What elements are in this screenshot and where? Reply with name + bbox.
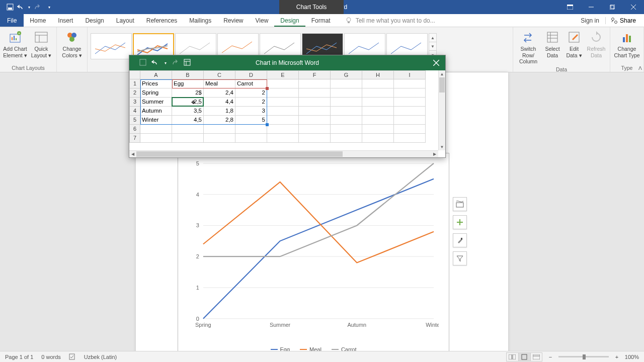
- col-header[interactable]: B: [172, 70, 204, 79]
- tab-view[interactable]: View: [250, 14, 275, 27]
- minimize-icon[interactable]: [581, 0, 602, 14]
- collapse-ribbon-icon[interactable]: ᐱ: [638, 65, 642, 71]
- change-chart-type-button[interactable]: Change Chart Type: [613, 28, 640, 59]
- tell-me-search[interactable]: Tell me what you want to do...: [337, 14, 577, 27]
- cell[interactable]: [235, 134, 267, 143]
- datasheet-undo-dropdown[interactable]: ▾: [165, 61, 167, 65]
- cell[interactable]: [267, 125, 299, 134]
- cell[interactable]: [299, 88, 331, 98]
- cell[interactable]: [267, 79, 299, 88]
- cell[interactable]: 2$: [172, 88, 204, 98]
- cell[interactable]: [204, 134, 235, 143]
- cell[interactable]: [331, 125, 362, 134]
- cell[interactable]: [172, 125, 204, 134]
- range-resize-handle[interactable]: [266, 123, 269, 126]
- zoom-out-icon[interactable]: −: [546, 354, 554, 360]
- cell[interactable]: [394, 125, 426, 134]
- maximize-icon[interactable]: [602, 0, 623, 14]
- cell[interactable]: Prices: [140, 79, 172, 88]
- cell[interactable]: [331, 98, 362, 107]
- row-header[interactable]: 5: [129, 116, 140, 125]
- tab-chart-format[interactable]: Format: [305, 14, 337, 27]
- tab-review[interactable]: Review: [217, 14, 249, 27]
- cell[interactable]: 5: [235, 116, 267, 125]
- datasheet-h-scrollbar[interactable]: ◀▶: [129, 150, 438, 157]
- cell[interactable]: [267, 107, 299, 116]
- cell[interactable]: 2,4: [204, 88, 235, 98]
- cell[interactable]: [394, 79, 426, 88]
- cell[interactable]: [394, 107, 426, 116]
- spellcheck-icon[interactable]: [69, 353, 76, 361]
- cell[interactable]: 2: [235, 88, 267, 98]
- tab-layout[interactable]: Layout: [110, 14, 140, 27]
- row-header[interactable]: 3: [129, 98, 140, 107]
- cell[interactable]: Summer: [140, 98, 172, 107]
- cell[interactable]: [362, 134, 394, 143]
- read-mode-icon[interactable]: [506, 352, 518, 361]
- tab-mailings[interactable]: Mailings: [183, 14, 217, 27]
- web-layout-icon[interactable]: [530, 352, 542, 361]
- cell[interactable]: [331, 134, 362, 143]
- cell[interactable]: [235, 125, 267, 134]
- cell[interactable]: [394, 88, 426, 98]
- layout-options-icon[interactable]: [453, 197, 467, 211]
- cell[interactable]: [267, 116, 299, 125]
- col-header[interactable]: G: [331, 70, 362, 79]
- datasheet-redo-icon[interactable]: [172, 59, 179, 67]
- cell[interactable]: [267, 134, 299, 143]
- undo-dropdown[interactable]: ▾: [28, 5, 30, 10]
- cell[interactable]: 3,5: [172, 107, 204, 116]
- series-range-handle[interactable]: [266, 87, 269, 90]
- cell[interactable]: [394, 98, 426, 107]
- zoom-level[interactable]: 100%: [625, 354, 639, 360]
- cell[interactable]: Autumn: [140, 107, 172, 116]
- cell[interactable]: [331, 116, 362, 125]
- sign-in-link[interactable]: Sign in: [577, 17, 603, 24]
- tab-design-page[interactable]: Design: [79, 14, 110, 27]
- cell[interactable]: [299, 98, 331, 107]
- datasheet-save-icon[interactable]: [139, 59, 146, 67]
- cell[interactable]: [394, 116, 426, 125]
- col-header[interactable]: F: [299, 70, 331, 79]
- datasheet-v-scrollbar[interactable]: ▲▼: [438, 70, 445, 150]
- cell[interactable]: [267, 98, 299, 107]
- row-header[interactable]: 7: [129, 134, 140, 143]
- cell[interactable]: [362, 107, 394, 116]
- cell[interactable]: [331, 107, 362, 116]
- status-words[interactable]: 0 words: [41, 354, 61, 360]
- cell[interactable]: [172, 134, 204, 143]
- chart-style-1[interactable]: [91, 33, 132, 59]
- chart-filters-funnel-icon[interactable]: [453, 251, 467, 265]
- cell[interactable]: 3: [235, 107, 267, 116]
- col-header[interactable]: C: [204, 70, 235, 79]
- switch-row-column-button[interactable]: Switch Row/ Column: [516, 28, 540, 66]
- chart-styles-brush-icon[interactable]: [453, 233, 467, 247]
- cell[interactable]: [299, 134, 331, 143]
- cell[interactable]: Spring: [140, 88, 172, 98]
- cell[interactable]: [362, 98, 394, 107]
- redo-icon[interactable]: [33, 3, 41, 11]
- cell[interactable]: [204, 125, 235, 134]
- cell[interactable]: 2,8: [204, 116, 235, 125]
- cell[interactable]: [394, 134, 426, 143]
- cell[interactable]: Winter: [140, 116, 172, 125]
- chart-elements-plus-icon[interactable]: [453, 215, 467, 229]
- col-header[interactable]: D: [235, 70, 267, 79]
- row-header[interactable]: 1: [129, 79, 140, 88]
- status-language[interactable]: Uzbek (Latin): [84, 354, 117, 360]
- zoom-in-icon[interactable]: +: [613, 354, 621, 360]
- cell[interactable]: [331, 79, 362, 88]
- tab-insert[interactable]: Insert: [52, 14, 79, 27]
- cell[interactable]: [299, 107, 331, 116]
- cell[interactable]: [362, 125, 394, 134]
- save-icon[interactable]: [6, 3, 14, 11]
- close-icon[interactable]: [623, 0, 644, 14]
- chart-object[interactable]: 012345SpringSummerAutumnWinter EggMealCa…: [178, 153, 449, 359]
- quick-layout-button[interactable]: Quick Layout ▾: [29, 28, 53, 59]
- tab-file[interactable]: File: [0, 14, 24, 27]
- cell[interactable]: 4,5: [172, 116, 204, 125]
- col-header[interactable]: I: [394, 70, 426, 79]
- datasheet-close-icon[interactable]: [427, 55, 445, 70]
- cell[interactable]: 2,5: [172, 98, 204, 107]
- datasheet-options-icon[interactable]: [184, 59, 191, 67]
